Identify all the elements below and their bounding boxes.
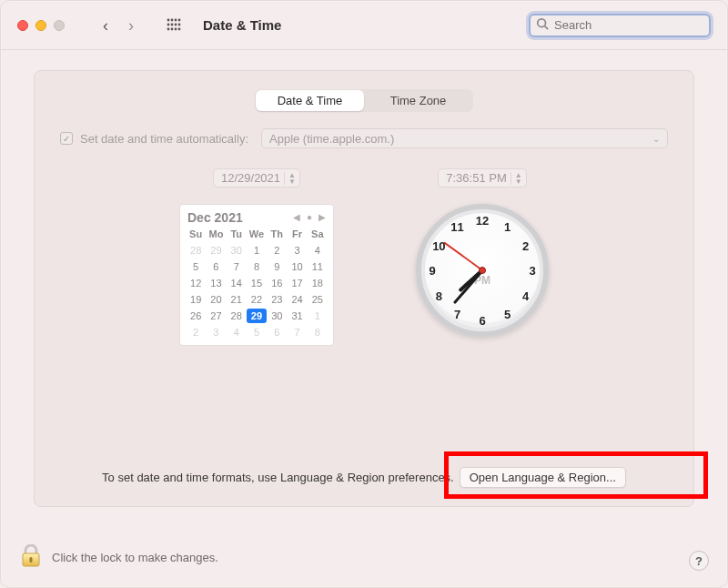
calendar-day: 26 [186,309,206,323]
calendar-day: 8 [247,259,267,274]
auto-set-row: ✓ Set date and time automatically: Apple… [60,128,668,148]
search-input[interactable] [552,17,709,33]
content-area: Date & Time Time Zone ✓ Set date and tim… [1,50,727,587]
calendar-nav: ◀ ● ▶ [293,213,326,222]
svg-point-10 [175,27,177,30]
svg-point-9 [171,27,174,30]
clock-number: 11 [450,220,463,234]
tab-time-zone[interactable]: Time Zone [364,90,472,111]
calendar-day: 5 [247,325,267,340]
clock-minute-hand [452,269,483,304]
clock-number: 7 [454,307,460,320]
calendar-day: 4 [308,243,328,258]
lock-icon[interactable] [21,544,41,571]
calendar-day: 28 [227,309,247,323]
search-icon [536,17,549,33]
clock-number: 1 [504,220,511,234]
calendar-day: 9 [267,259,287,274]
calendar-day: 1 [308,309,328,323]
calendar-day: 16 [267,276,287,290]
tab-date-time[interactable]: Date & Time [256,90,364,111]
calendar-day: 4 [227,325,247,340]
svg-point-1 [171,18,174,21]
calendar-day: 29 [206,243,226,258]
stepper-arrows-icon: ▲▼ [284,172,296,185]
date-stepper: 12/29/2021 ▲▼ [213,168,300,188]
clock-number: 2 [522,238,529,252]
calendar-day: 28 [186,243,206,258]
show-all-prefs-button[interactable] [167,18,181,33]
calendar-day: 23 [267,292,287,307]
titlebar: ‹ › Date & Time [1,1,727,50]
clock-number: 6 [479,314,485,328]
calendar-day: 11 [308,259,328,274]
calendar-day: 18 [308,276,328,290]
calendar-dow: Su [186,227,206,241]
calendar-day: 20 [206,292,226,307]
svg-point-11 [178,27,181,30]
calendar-day: 12 [186,276,206,290]
calendar-prev-icon: ◀ [293,213,300,222]
back-button[interactable]: ‹ [103,17,108,34]
nav-arrows: ‹ › [103,17,134,34]
calendar-day: 6 [206,259,226,274]
search-field[interactable] [529,14,711,37]
time-column: 7:36:51 PM ▲▼ PM 121234567891011 [416,168,549,346]
svg-point-12 [538,19,546,27]
clock-number: 8 [436,289,442,302]
calendar-day: 5 [186,259,206,274]
minimize-window-button[interactable] [35,20,46,31]
tab-bar: Date & Time Time Zone [255,89,473,112]
calendar-day: 30 [267,309,287,323]
svg-point-6 [175,23,177,25]
calendar-month-label: Dec 2021 [187,210,243,225]
calendar: Dec 2021 ◀ ● ▶ SuMoTuWeThFrSa28293012345… [179,204,334,346]
calendar-day: 24 [287,292,307,307]
calendar-day: 2 [267,243,287,258]
calendar-next-icon: ▶ [318,213,326,222]
clock-number: 5 [504,307,511,320]
calendar-day: 14 [227,276,247,290]
calendar-dow: Fr [287,227,307,241]
calendar-day: 22 [247,292,267,307]
svg-line-13 [545,26,549,30]
settings-panel: Date & Time Time Zone ✓ Set date and tim… [34,70,694,507]
calendar-dow: Tu [227,227,247,241]
calendar-day: 7 [287,325,307,340]
calendar-day: 15 [247,276,267,290]
calendar-day: 19 [186,292,206,307]
clock-second-hand [443,242,482,271]
lock-row: Click the lock to make changes. [21,544,218,571]
calendar-day: 6 [267,325,287,340]
svg-point-0 [167,18,170,21]
lock-hint-text: Click the lock to make changes. [52,551,218,564]
svg-point-7 [178,23,181,25]
time-server-dropdown: Apple (time.apple.com.) ⌄ [261,128,668,148]
calendar-day: 27 [206,309,226,323]
traffic-lights [17,20,65,31]
open-language-region-button[interactable]: Open Language & Region... [460,467,626,488]
calendar-today-icon: ● [307,213,312,222]
chevron-down-icon: ⌄ [652,134,660,144]
forward-button: › [128,17,134,34]
svg-point-8 [167,27,170,30]
clock-center-pin [479,267,486,274]
stepper-arrows-icon: ▲▼ [511,172,522,185]
svg-rect-15 [30,557,33,563]
calendar-day: 25 [308,292,328,307]
calendar-day: 3 [206,325,226,340]
calendar-dow: Mo [206,227,226,241]
clock-number: 3 [529,264,535,278]
time-value: 7:36:51 PM [446,171,507,185]
preferences-window: ‹ › Date & Time Date & Time Time Zone ✓ … [0,0,728,588]
clock-number: 9 [429,264,435,278]
help-button[interactable]: ? [689,551,709,571]
calendar-dow: Th [267,227,287,241]
clock-number: 12 [476,214,489,228]
calendar-day: 8 [308,325,328,340]
calendar-dow: Sa [308,227,328,241]
time-stepper: 7:36:51 PM ▲▼ [438,168,526,188]
calendar-day: 13 [206,276,226,290]
auto-set-checkbox: ✓ [60,132,73,145]
close-window-button[interactable] [17,20,28,31]
